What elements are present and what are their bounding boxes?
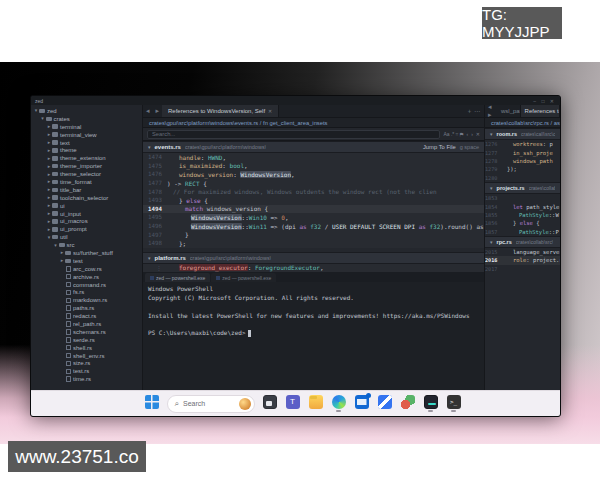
code-line[interactable]: 1475is_maximized: bool, <box>143 162 484 171</box>
search-prev-icon[interactable]: ‹ <box>466 131 468 137</box>
nav-forward-icon[interactable]: ▸ <box>153 105 163 117</box>
code-line[interactable]: 1277in_ssh_proje <box>485 148 560 156</box>
tree-item[interactable]: ▸text <box>31 139 142 147</box>
code-line[interactable]: 1854let path_style = <box>485 202 560 210</box>
tree-item[interactable]: ▸su/further_stuff <box>31 249 142 257</box>
tree-item[interactable]: arc_cow.rs <box>31 265 142 273</box>
nav-arrows[interactable]: ◂ ▸ <box>485 105 497 117</box>
tree-item[interactable]: shell.rs <box>31 344 142 352</box>
terminal-tab[interactable]: zed — powershell.exe <box>145 273 210 282</box>
tree-item[interactable]: ▸terminal <box>31 123 142 131</box>
taskbar-app-code[interactable] <box>423 395 439 412</box>
excerpt-header-platform[interactable]: ▾ platform.rs crates\gpui\src\platform\w… <box>143 252 484 264</box>
code-line[interactable]: 1498}; <box>143 239 484 248</box>
tree-item[interactable]: ▸toolchain_selector <box>31 194 142 202</box>
tree-item[interactable]: ▸ui_prompt <box>31 225 142 233</box>
code-line[interactable]: 1478// For maximized windows, Windows ou… <box>143 187 484 196</box>
window-controls[interactable]: – □ ✕ <box>533 98 556 104</box>
tree-item[interactable]: time.rs <box>31 375 142 383</box>
nav-back-icon[interactable]: ◂ <box>143 105 153 117</box>
excerpt-header[interactable]: ▾room.rscrates\call\src\call_impl\ <box>485 128 560 140</box>
tree-item[interactable]: ▾zed <box>31 107 142 115</box>
tree-item[interactable]: ▸title_bar <box>31 186 142 194</box>
code-line[interactable]: 1497} <box>143 230 484 239</box>
line-number: 1280 <box>485 175 501 181</box>
tree-item[interactable]: ▸theme_importer <box>31 162 142 170</box>
tree-item[interactable]: ▸theme <box>31 146 142 154</box>
search-option-icons[interactable]: Aa .* ⌗ ⚑ <box>443 131 463 138</box>
tab-references[interactable]: References to WindowsVersion, Self ✕ <box>162 105 279 117</box>
code-line[interactable]: 1477) -> RECT { <box>143 179 484 188</box>
chevron-down-icon[interactable]: ▾ <box>148 255 151 261</box>
code-line[interactable]: 1280 <box>485 174 560 182</box>
code-line[interactable]: 1278windows_path <box>485 157 560 165</box>
tree-item[interactable]: size.rs <box>31 360 142 368</box>
code-line[interactable]: 1855PathStyle::W <box>485 211 560 219</box>
tree-item[interactable]: ▾src <box>31 241 142 249</box>
taskbar-app-mail[interactable] <box>354 395 370 412</box>
search-input[interactable] <box>147 130 440 139</box>
taskbar-app-zed[interactable] <box>377 395 393 412</box>
tree-item[interactable]: redact.rs <box>31 312 142 320</box>
tree-item[interactable]: ▸terminal_view <box>31 131 142 139</box>
jump-to-file-button[interactable]: Jump To File g space <box>423 144 479 150</box>
tree-item[interactable]: ▸ui <box>31 202 142 210</box>
code-line[interactable]: 1495WindowsVersion::Win10 => 0, <box>143 213 484 222</box>
code-line[interactable]: 2015language_server_ <box>485 248 560 256</box>
code-line[interactable]: 1494match windows_version { <box>143 205 484 214</box>
tree-item[interactable]: test.rs <box>31 367 142 375</box>
taskbar-app-explorer[interactable] <box>308 395 324 412</box>
code-line[interactable]: 1276worktrees: p <box>485 140 560 148</box>
tree-item[interactable]: command.rs <box>31 281 142 289</box>
chevron-down-icon[interactable]: ▾ <box>148 144 151 150</box>
taskbar-app-teams[interactable] <box>285 395 301 412</box>
tree-item[interactable]: shell_env.rs <box>31 352 142 360</box>
tab-wsl-paths-rs[interactable]: wsl_paths.rs <box>497 105 521 117</box>
tree-item[interactable]: serde.rs <box>31 336 142 344</box>
excerpt-header[interactable]: ▾rpc.rscrates\collab\src\ <box>485 236 560 248</box>
code-line[interactable]: 1853 <box>485 194 560 202</box>
tree-item[interactable]: ▸theme_extension <box>31 154 142 162</box>
tree-item[interactable]: archive.rs <box>31 273 142 281</box>
code-line[interactable]: 1474handle: HWND, <box>143 153 484 162</box>
tree-item[interactable]: ▸ui_macros <box>31 217 142 225</box>
search-close-icon[interactable]: ✕ <box>476 131 480 137</box>
tree-item[interactable]: ▾util <box>31 233 142 241</box>
tab-references-to-windows-[interactable]: References to Windows… <box>521 105 560 117</box>
right-breadcrumb[interactable]: crates\collab\src\rpc.rs / async fn join… <box>485 118 560 128</box>
terminal-output[interactable]: Windows PowerShellCopyright (C) Microsof… <box>143 282 484 390</box>
tab-close-icon[interactable]: ✕ <box>268 108 272 114</box>
taskbar-app-taskview[interactable] <box>262 395 278 412</box>
excerpt-header[interactable]: ▾projects.rscrates\collab\src\db\queries… <box>485 182 560 194</box>
taskbar-app-edge[interactable] <box>331 395 347 412</box>
start-button[interactable] <box>144 395 160 412</box>
tree-item[interactable]: markdown.rs <box>31 296 142 304</box>
terminal-tab[interactable]: zed — powershell.exe <box>211 273 276 282</box>
tree-item[interactable]: ▸test <box>31 257 142 265</box>
code-line[interactable]: 1476windows_version: WindowsVersion, <box>143 170 484 179</box>
code-line[interactable]: 1856} else { <box>485 219 560 227</box>
tabbar-actions[interactable]: ＋ ⋯ <box>462 105 484 117</box>
tree-item[interactable]: ▸ui_input <box>31 210 142 218</box>
code-line[interactable]: 1279}); <box>485 165 560 173</box>
tree-item[interactable]: fs.rs <box>31 288 142 296</box>
search-next-icon[interactable]: › <box>471 131 473 137</box>
tree-item[interactable]: schemars.rs <box>31 328 142 336</box>
code-line[interactable]: 1496WindowsVersion::Win11 => (dpi as f32… <box>143 222 484 231</box>
code-line[interactable]: ⋮foreground_executor: ForegroundExecutor… <box>143 264 484 273</box>
code-line[interactable]: 1493} else { <box>143 196 484 205</box>
excerpt-header-events[interactable]: ▾ events.rs crates\gpui\src\platform\win… <box>143 141 484 153</box>
tree-item[interactable]: ▾crates <box>31 115 142 123</box>
taskbar-search[interactable]: ⌕ Search <box>167 395 255 413</box>
code-line[interactable]: 2016role: project.ro <box>485 256 560 264</box>
zed-titlebar[interactable]: zed – □ ✕ <box>31 96 560 105</box>
tree-item[interactable]: ▸theme_selector <box>31 170 142 178</box>
tree-item[interactable]: ▸time_format <box>31 178 142 186</box>
taskbar-app-term[interactable] <box>446 395 462 412</box>
tree-item[interactable]: paths.rs <box>31 304 142 312</box>
code-line[interactable]: 1857PathStyle::P <box>485 228 560 236</box>
breadcrumb[interactable]: crates\gpui\src\platform\windows\events.… <box>143 118 484 128</box>
code-line[interactable]: 2017 <box>485 265 560 273</box>
taskbar-app-misc[interactable] <box>400 395 416 412</box>
tree-item[interactable]: rel_path.rs <box>31 320 142 328</box>
